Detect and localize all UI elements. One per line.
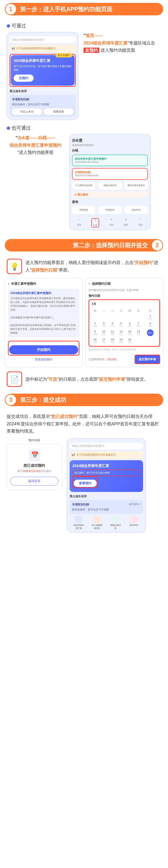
result-box: 您已成功预约 请于2025年3月15日当日进行 返回首页	[7, 444, 62, 490]
annual-topic-card[interactable]: 进入专题区 2024综合所得年度汇算 将于3月1日正式开始，您可进行预约或进入专…	[11, 55, 75, 86]
tab-service[interactable]: ◎服务	[124, 218, 128, 227]
search-input[interactable]: 请输入您想搜索的内容/账号	[70, 443, 143, 450]
tax-section: 办税	[72, 148, 148, 153]
calendar[interactable]: 3月 日一二三四五六 1可选 2可选3可选4可选5可选6可选7可选8可选 9可选…	[89, 299, 160, 347]
result-title: 您已成功预约	[10, 463, 58, 468]
deduction-entry-card[interactable]: 专项附加扣除 请填写相关专项附加扣除	[72, 168, 148, 180]
topic-title: 2024综合所得年度汇算	[14, 58, 72, 63]
grid-item[interactable]: 委托代理关系查询	[125, 182, 148, 189]
page-head: 年度汇算申报预约	[8, 281, 79, 286]
grid-item[interactable]: 个人所得信息查询	[72, 182, 95, 189]
step3-header: 3 第三步：提交成功	[0, 391, 168, 409]
grid-item[interactable]: 申报查询	[98, 206, 121, 214]
quick-icon[interactable]: 纳税记录开具	[110, 516, 121, 530]
result-head: 预约结果	[7, 438, 62, 442]
bancha-head: 办&查	[72, 138, 148, 143]
topic-title: 2024综合所得年度汇算	[73, 464, 140, 468]
tab-home[interactable]: ⌂首页	[77, 218, 82, 227]
start-reserve-button[interactable]: 开始预约	[9, 345, 78, 354]
policy-link[interactable]: 相关政策 >	[129, 502, 141, 507]
step1-title: 第一步：进入手机APP预约功能页面	[10, 3, 163, 16]
step3-intro: 提交成功后，系统显示"您已成功预约"页面，纳税人即可在预约日期当天办理2024年…	[0, 409, 168, 438]
page-head: 选择预约日期	[89, 281, 160, 286]
step2-after: 选中标记为"可选"的日期后，点击底部"提交预约申请"按钮提交。	[26, 376, 161, 383]
go-reserve-chip: 去预约	[84, 48, 99, 53]
quick-icon[interactable]: 异议申诉	[128, 516, 139, 530]
quick-icon[interactable]: 收入纳税明细查询	[92, 516, 103, 530]
query-section: 查询	[72, 200, 148, 204]
rec-head: 重点服务推荐	[10, 89, 76, 93]
doc-icon: 📄	[7, 371, 22, 387]
date-hint: 您可预约3月1日至3月20日中任意一天进行申报	[89, 288, 160, 292]
tab-msg[interactable]: ✉消息	[109, 218, 114, 227]
topic-sub: 将于3月1日正式开始，您可进行预约或进入专题区提前准备	[14, 64, 72, 72]
rec-head: 重点服务推荐	[70, 494, 143, 498]
annual-topic-card[interactable]: 2024综合所得年度汇算 您已预约，请于3月15日进行申报 查看预约	[70, 460, 143, 492]
enter-topic-tag[interactable]: 进入专题区	[55, 53, 72, 58]
tab-bar: ⌂首页 ☰办事 ✉消息 ◎服务 ☺我的	[72, 216, 148, 227]
step3-circle: 3	[5, 394, 17, 406]
step1-side-text-1: "首页—— 2024综合所得年度汇算"专题区域点击 去预约 进入预约功能页面	[84, 32, 161, 54]
view-my-reserve-link[interactable]: 查看我的预约	[8, 358, 79, 362]
submit-reserve-button[interactable]: 提交预约申请	[135, 355, 160, 364]
reserve-entry-card[interactable]: 综合所得年度汇算申报预约 在综合所得年度汇算开始	[72, 155, 148, 166]
date-label: 预约日期	[89, 294, 160, 298]
date-selected[interactable]: 15✓	[143, 329, 158, 337]
deduction-card[interactable]: 专项附加扣除 若符合条件，您可点击下方填报 经忘人未办 我要填报	[10, 95, 76, 117]
step1-side-text-2: "办&查——办税—— 综合所得年度汇算申报预约 "进入预约功能界面	[7, 134, 64, 156]
step1-header: 1 第一步：进入手机APP预约功能页面	[0, 0, 168, 19]
back-home-button[interactable]: 返回首页	[10, 477, 58, 486]
info-body: 为方便您在综合所得年度汇算初期申报汇算办理，建议初期办税人员多，为提升办税效率综…	[10, 297, 75, 311]
date-note: 如所选预约日申请填满，请待下个开放日进行选择	[89, 348, 160, 351]
step3-title: 第三步：提交成功	[10, 394, 163, 406]
step1-circle: 1	[5, 3, 17, 15]
step2-intro: 进入预约功能界面后，纳税人需仔细阅读提示内容，点击"开始预约"进入"选择预约日期…	[26, 259, 161, 274]
view-reserve-button[interactable]: 查看预约	[74, 480, 97, 487]
warn-case[interactable]: ⚠ 警示案例	[72, 191, 148, 198]
phone-bancha: 办&查 请选择您想直接使用 办税 综合所得年度汇算申报预约 在综合所得年度汇算开…	[69, 134, 151, 230]
deduction-card[interactable]: 专项附加扣除 相关政策 > 若符合条件，您可点击下方填报	[70, 500, 143, 514]
phone-select-date: 选择预约日期 您可预约3月1日至3月20日中任意一天进行申报 预约日期 3月 日…	[85, 278, 163, 367]
tip-icon: 💡	[7, 259, 22, 274]
reserved-hint: 您已预约，请于3月15日进行申报	[73, 470, 140, 476]
phone-reserve-info: 年度汇算申报预约 2024综合所得年度汇算申报预约 为方便您在综合所得年度汇算初…	[5, 278, 83, 367]
phone-home-after: 请输入您想搜索的内容/账号 关于近期虚假退税宣传的温馨提示 2024综合所得年度…	[67, 438, 146, 533]
go-reserve-button[interactable]: 去预约	[14, 74, 34, 82]
grid-item[interactable]: 纳税记录开具	[98, 182, 121, 189]
calendar-icon	[29, 450, 40, 461]
pill-right[interactable]: 我要填报	[44, 108, 74, 115]
search-input[interactable]: 请输入您想搜索的内容/账号	[10, 36, 76, 43]
step2-title: 第二步：选择预约日期并提交	[5, 239, 158, 251]
tab-me[interactable]: ☺我的	[138, 218, 143, 227]
grid-item[interactable]: 申报信息	[72, 206, 95, 214]
tab-work[interactable]: ☰办事	[91, 218, 99, 227]
pill-left[interactable]: 经忘人未办	[12, 108, 42, 115]
info-title: 2024综合所得年度汇算申报预约	[10, 291, 77, 296]
via-2: 也可通过	[7, 125, 161, 131]
step2-circle: 2	[151, 239, 163, 251]
warn-banner[interactable]: 关于近期虚假退税宣传的温馨提示	[10, 45, 76, 52]
grid-item[interactable]: 异议申诉	[125, 206, 148, 214]
quick-icon[interactable]: 综合所得年度汇算	[73, 516, 84, 530]
phone-home: 请输入您想搜索的内容/账号 关于近期虚假退税宣传的温馨提示 进入专题区 2024…	[7, 32, 79, 120]
warn-banner[interactable]: 关于近期虚假退税宣传的温馨提示	[70, 451, 143, 458]
promo-highlight: 进入专题区 2024综合所得年度汇算 将于3月1日正式开始，您可进行预约或进入专…	[10, 54, 76, 87]
step2-header: 2 第二步：选择预约日期并提交	[0, 236, 168, 255]
via-1: 可通过	[7, 23, 161, 29]
